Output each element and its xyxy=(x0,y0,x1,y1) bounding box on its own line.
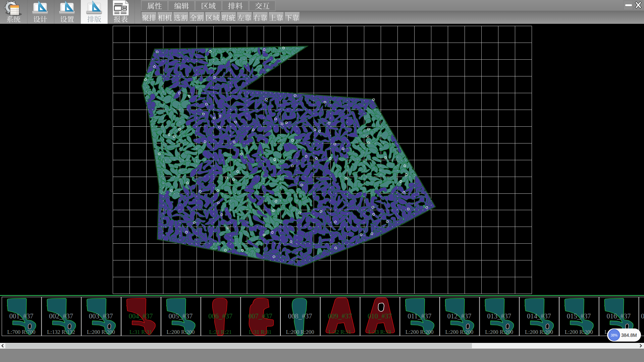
svg-text:L:200 R:200: L:200 R:200 xyxy=(485,329,513,335)
svg-text:L:32 R:31: L:32 R:31 xyxy=(329,329,351,335)
svg-text:006_#37: 006_#37 xyxy=(208,312,232,320)
svg-text:L:33 R:33: L:33 R:33 xyxy=(368,329,391,335)
svg-text:010_#37: 010_#37 xyxy=(368,312,392,320)
svg-text:013_#37: 013_#37 xyxy=(487,312,511,320)
svg-text:L:200 R:200: L:200 R:200 xyxy=(525,329,553,335)
svg-text:011_#37: 011_#37 xyxy=(408,312,431,320)
svg-text:007_#37: 007_#37 xyxy=(248,312,272,320)
svg-text:L:31 R:31: L:31 R:31 xyxy=(249,329,271,335)
svg-text:L:31 R:31: L:31 R:31 xyxy=(129,329,152,335)
svg-text:015_#37: 015_#37 xyxy=(567,312,591,320)
svg-text:38%: 38% xyxy=(611,334,618,337)
svg-text:001_#37: 001_#37 xyxy=(9,312,34,320)
svg-text:004_#37: 004_#37 xyxy=(129,312,153,320)
svg-text:005_#37: 005_#37 xyxy=(169,312,193,320)
svg-text:L:200 R:200: L:200 R:200 xyxy=(406,329,434,335)
svg-text:002_#37: 002_#37 xyxy=(49,312,73,320)
svg-text:L:200 R:200: L:200 R:200 xyxy=(445,329,473,335)
svg-text:012_#37: 012_#37 xyxy=(447,312,472,320)
svg-text:L:200 R:200: L:200 R:200 xyxy=(286,329,314,335)
svg-text:0: 0 xyxy=(641,312,644,320)
svg-text:L:21 R:21: L:21 R:21 xyxy=(209,329,231,335)
svg-text:008_#37: 008_#37 xyxy=(288,312,312,320)
svg-text:L:200 R:200: L:200 R:200 xyxy=(87,329,115,335)
svg-text:016_#37: 016_#37 xyxy=(606,312,631,320)
svg-text:L:132 R:132: L:132 R:132 xyxy=(47,329,75,335)
svg-text:014_#37: 014_#37 xyxy=(527,312,551,320)
svg-text:009_#37: 009_#37 xyxy=(328,312,352,320)
svg-text:384.8M: 384.8M xyxy=(621,333,637,338)
svg-text:L:700 R:700: L:700 R:700 xyxy=(7,329,36,335)
svg-text:L:200 R:200: L:200 R:200 xyxy=(565,329,593,335)
svg-text:003_#37: 003_#37 xyxy=(89,312,113,320)
svg-text:L:200 R:200: L:200 R:200 xyxy=(166,329,195,335)
